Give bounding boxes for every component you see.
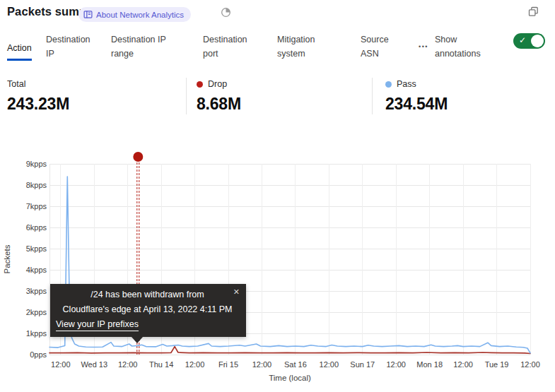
svg-text:12:00: 12:00 <box>185 360 205 369</box>
about-network-analytics-badge[interactable]: About Network Analytics <box>78 7 191 22</box>
about-badge-label: About Network Analytics <box>96 11 184 19</box>
svg-text:4kpps: 4kpps <box>26 266 47 274</box>
svg-text:12:00: 12:00 <box>252 360 272 369</box>
svg-text:Thu 14: Thu 14 <box>149 360 173 369</box>
svg-text:0pps: 0pps <box>30 350 47 359</box>
svg-text:12:00: 12:00 <box>118 360 138 369</box>
tooltip-close-icon[interactable]: ✕ <box>233 287 240 297</box>
svg-text:7kpps: 7kpps <box>26 202 47 210</box>
svg-text:Fri 15: Fri 15 <box>218 360 238 369</box>
tooltip-link[interactable]: View your IP prefixes <box>56 318 139 331</box>
tab-action-label: Action <box>7 41 32 61</box>
expand-icon[interactable] <box>528 6 539 17</box>
show-annotations-label: Show annotations <box>435 31 494 65</box>
stat-total-value: 243.23M <box>7 95 69 114</box>
drop-dot-icon <box>197 81 203 88</box>
svg-text:8kpps: 8kpps <box>26 181 47 189</box>
tab-action[interactable]: Action <box>7 31 46 65</box>
svg-text:Sat 16: Sat 16 <box>284 360 307 369</box>
pass-dot-icon <box>385 81 392 88</box>
svg-text:6kpps: 6kpps <box>26 223 47 232</box>
packets-summary-panel: Packets summary About Network Analytics … <box>0 0 555 392</box>
stats-row: Total 243.23M Drop 8.68M Pass 234.54M <box>0 76 555 120</box>
tab-source-asn-label: Source ASN <box>361 32 395 61</box>
annotation-tooltip: ✕ /24 has been withdrawn from Cloudflare… <box>50 284 246 337</box>
tab-destination-ip-label: Destination IP <box>46 32 97 61</box>
svg-text:12:00: 12:00 <box>386 360 406 369</box>
svg-text:12:00: 12:00 <box>453 360 473 369</box>
toggle-check-icon: ✓ <box>519 35 526 45</box>
svg-text:12:00: 12:00 <box>520 360 540 369</box>
packets-chart-svg: 0pps1kpps2kpps3kpps4kpps5kpps6kpps7kpps8… <box>0 148 555 392</box>
book-icon <box>83 10 93 19</box>
stat-pass-value: 234.54M <box>385 95 448 114</box>
series-drop <box>49 347 530 354</box>
toggle-knob <box>531 35 544 47</box>
stats-divider <box>186 78 187 114</box>
tab-mitigation-system-label: Mitigation system <box>277 32 327 61</box>
annotation-dot[interactable] <box>133 152 143 162</box>
svg-text:9kpps: 9kpps <box>26 160 47 168</box>
tab-destination-port[interactable]: Destination port <box>203 31 277 65</box>
stats-divider <box>372 78 373 114</box>
tab-destination-port-label: Destination port <box>203 32 254 61</box>
more-tabs-button[interactable]: ••• <box>419 31 435 65</box>
tab-mitigation-system[interactable]: Mitigation system <box>277 31 361 65</box>
stat-drop-label: Drop <box>208 79 227 89</box>
tooltip-caret <box>132 337 143 343</box>
stat-total: Total 243.23M <box>7 79 69 114</box>
svg-text:Packets: Packets <box>3 244 11 273</box>
svg-text:12:00: 12:00 <box>51 360 71 369</box>
stat-pass-label: Pass <box>397 79 416 89</box>
svg-text:Mon 18: Mon 18 <box>416 360 443 369</box>
tab-destination-ip[interactable]: Destination IP <box>46 31 111 65</box>
packets-chart: 0pps1kpps2kpps3kpps4kpps5kpps6kpps7kpps8… <box>0 148 555 392</box>
svg-text:Tue 19: Tue 19 <box>485 360 509 369</box>
svg-text:1kpps: 1kpps <box>26 329 47 338</box>
svg-text:5kpps: 5kpps <box>26 244 47 253</box>
stat-total-label: Total <box>7 79 25 89</box>
time-indicator-icon <box>221 7 231 18</box>
svg-text:Time (local): Time (local) <box>269 374 311 382</box>
svg-text:12:00: 12:00 <box>320 360 339 369</box>
tab-destination-ip-range-label: Destination IP range <box>111 32 172 61</box>
svg-text:Wed 13: Wed 13 <box>81 360 107 369</box>
tooltip-message: /24 has been withdrawn from Cloudflare's… <box>56 287 239 317</box>
tab-destination-ip-range[interactable]: Destination IP range <box>111 31 203 65</box>
dimension-tabs: Action Destination IP Destination IP ran… <box>7 31 555 65</box>
svg-text:3kpps: 3kpps <box>26 287 47 295</box>
stat-pass: Pass 234.54M <box>385 79 448 114</box>
stat-drop-value: 8.68M <box>197 95 241 114</box>
stat-drop: Drop 8.68M <box>197 79 241 114</box>
tab-source-asn[interactable]: Source ASN <box>361 31 419 65</box>
svg-text:Sun 17: Sun 17 <box>350 360 375 369</box>
annotations-toggle[interactable]: ✓ <box>513 33 545 49</box>
svg-text:2kpps: 2kpps <box>26 308 47 316</box>
